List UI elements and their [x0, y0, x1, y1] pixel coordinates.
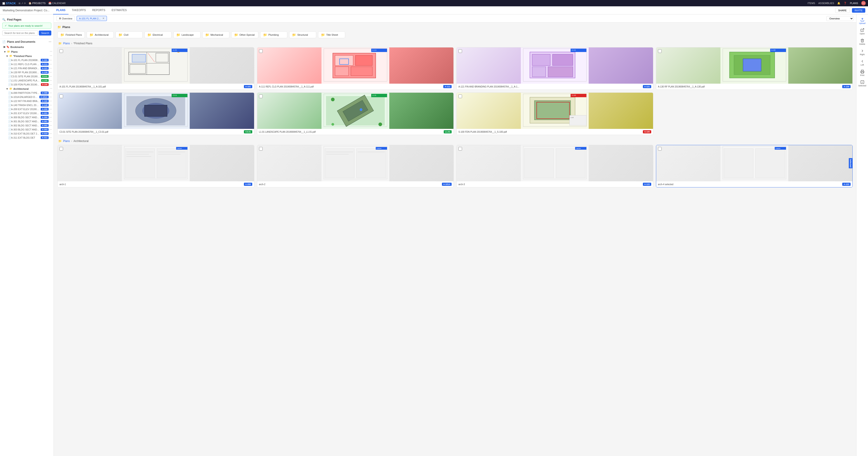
- folder-civil[interactable]: 📁 Civil: [116, 31, 143, 38]
- folder-plumbing[interactable]: 📁 Plumbing: [260, 31, 287, 38]
- checkbox-a130[interactable]: [658, 49, 662, 53]
- plan-card-arch4[interactable]: Larsen Selected arch-4 selected A-122: [656, 145, 853, 187]
- finished-plans-label[interactable]: ▼ 📁 *Finished Plans ⋯: [4, 54, 54, 58]
- left-button[interactable]: Left: [857, 58, 867, 67]
- plan-card-a111[interactable]: A-111 A-111 REFL CLG PLAN 201900845764__…: [257, 47, 454, 90]
- plan-card-arch2[interactable]: Larsen arch-2 A-101A: [257, 145, 454, 187]
- item-more-a140[interactable]: ⋯: [49, 103, 52, 107]
- checkbox-l101[interactable]: [259, 94, 263, 98]
- item-more-a101a[interactable]: ⋯: [49, 95, 52, 98]
- item-more-a111[interactable]: ⋯: [49, 63, 52, 66]
- tree-item-a111[interactable]: 📄 A-111 REFL CLG PLAN 201900845764 1 A-1…: [4, 62, 54, 66]
- plan-card-arch1[interactable]: Larsen arch-1 A-099: [57, 145, 254, 187]
- tree-item-a130[interactable]: 📄 A-130 RF PLAN 201900845764 1 A-130.pdf…: [4, 70, 54, 74]
- checkbox-arch3[interactable]: [458, 147, 462, 151]
- item-more-c301[interactable]: ⋯: [49, 75, 52, 78]
- checkbox-arch4[interactable]: [658, 147, 662, 151]
- item-more-a130[interactable]: ⋯: [49, 71, 52, 74]
- item-more-a121[interactable]: ⋯: [49, 67, 52, 70]
- nav-projects[interactable]: 🏠 PROJECTS: [29, 2, 46, 5]
- bookmarks-label[interactable]: ▶ 🔖 Bookmarks: [2, 45, 54, 49]
- tree-item-a311[interactable]: 📄 A-311 EXT BLDG DET A-311 ⋯: [4, 135, 54, 140]
- plan-card-a121[interactable]: A-121 A-121 FIN AND BRANDING PLAN 201900…: [456, 47, 653, 90]
- plan-card-c301[interactable]: C3.01 C3.01 SITE PLAN 201900845764__1_C3…: [57, 92, 254, 135]
- arch-tree-label[interactable]: ▼ 📁 Architectural ⋯: [4, 87, 54, 91]
- tree-item-a122[interactable]: 📄 A-122 INT FIN AND BRANDING LEGEND 2019…: [4, 99, 54, 103]
- items-link[interactable]: ITEMS: [808, 2, 815, 4]
- item-more-a303[interactable]: ⋯: [49, 128, 52, 131]
- fp-more-icon[interactable]: ⋯: [50, 55, 52, 57]
- open-button[interactable]: Open: [857, 27, 867, 36]
- folder-architectural[interactable]: 📁 Architectural: [87, 31, 114, 38]
- breadcrumb-plans-link2[interactable]: Plans: [63, 140, 70, 143]
- tree-item-l101[interactable]: 📄 L1.01 LANDSCAPE PLAN 201900845764 1 L1…: [4, 79, 54, 83]
- item-more-a101[interactable]: ⋯: [49, 59, 52, 62]
- plans-tree-label[interactable]: ▼ 📁 Plans ⋯: [2, 50, 54, 54]
- tree-item-a300[interactable]: 📄 A-300 BLDG SECT AND DET 201900845764 1…: [4, 115, 54, 119]
- folder-landscape[interactable]: 📁 Landscape: [174, 31, 200, 38]
- tree-item-a201[interactable]: 📄 A-201 EXT ELEV 201900845764 1 A-201.pd…: [4, 111, 54, 115]
- tree-item-a200[interactable]: 📄 A-200 EXT ELEV 201900845764 1 A-200.pd…: [4, 107, 54, 111]
- share-button[interactable]: SHARE: [835, 8, 850, 13]
- item-more-a310[interactable]: ⋯: [49, 132, 52, 135]
- checkbox-s100[interactable]: [458, 94, 462, 98]
- overview-tab[interactable]: ⊞ Overview: [57, 16, 75, 21]
- item-more-a122[interactable]: ⋯: [49, 99, 52, 103]
- item-more-a201[interactable]: ⋯: [49, 112, 52, 115]
- tree-item-a101[interactable]: 📄 A-101 FL PLAN 201900845764 1 A-101.pdf…: [4, 58, 54, 62]
- overview-select[interactable]: Overview: [827, 16, 854, 21]
- item-more-a200[interactable]: ⋯: [49, 108, 52, 111]
- plan-card-a101[interactable]: A A-101 A-101 FL PLAN 201900845764__1_A-…: [57, 47, 254, 90]
- item-more-a302[interactable]: ⋯: [49, 124, 52, 127]
- folder-mechanical[interactable]: 📁 Mechanical: [202, 31, 229, 38]
- item-more-a300[interactable]: ⋯: [49, 116, 52, 119]
- assemblies-link[interactable]: ASSEMBLIES: [818, 2, 834, 4]
- tree-item-s100[interactable]: 📄 S-100 FDN PLAN 201900845764 1 S-100.pd…: [4, 83, 54, 87]
- tree-item-a140[interactable]: 📄 A-140 TRASH ENCL 201900845764 1 A-140.…: [4, 103, 54, 107]
- folder-finished-plans[interactable]: 📁 Finished Plans: [57, 31, 85, 38]
- avatar[interactable]: DJ: [861, 1, 866, 5]
- tab-estimates[interactable]: ESTIMATES: [108, 6, 130, 14]
- breadcrumb-plans-link[interactable]: Plans: [63, 42, 70, 45]
- notification-icon[interactable]: 🔔: [837, 2, 840, 5]
- delete-button[interactable]: Delete: [857, 37, 867, 47]
- plans-more-icon[interactable]: ⋯: [50, 50, 52, 53]
- search-input[interactable]: [2, 31, 38, 35]
- tab-close-icon[interactable]: ✕: [102, 17, 104, 20]
- plan-card-l101[interactable]: L1.01 L1.01 LANDSCAPE PLAN 201900845764_…: [257, 92, 454, 135]
- folder-other-special[interactable]: 📁 Other-Special: [231, 31, 258, 38]
- checkbox-a111[interactable]: [259, 49, 263, 53]
- folder-title-sheet[interactable]: 📁 Title Sheet: [318, 31, 345, 38]
- help-icon[interactable]: ❓: [844, 2, 847, 5]
- search-button[interactable]: Search: [39, 31, 51, 35]
- tree-item-a121[interactable]: 📄 A-121 FIN AND BRANDING PLAN 2019008457…: [4, 66, 54, 70]
- checkbox-arch2[interactable]: [259, 147, 263, 151]
- invite-button[interactable]: INVITE: [852, 8, 865, 13]
- more-options-icon[interactable]: ⋯: [49, 40, 51, 43]
- arch-more-icon[interactable]: ⋯: [50, 87, 52, 90]
- tree-item-a303[interactable]: 📄 A-303 BLDG SECT AND DET 201900845764 1…: [4, 127, 54, 131]
- print-button[interactable]: Print: [857, 68, 867, 78]
- upload-button[interactable]: Upload: [857, 16, 867, 26]
- item-more-l101[interactable]: ⋯: [49, 79, 52, 82]
- tree-item-a310[interactable]: 📄 A-310 EXT BLDG DET 201900845764 1 A-31…: [4, 131, 54, 135]
- item-more-s100[interactable]: ⋯: [49, 83, 52, 86]
- checkbox-a121[interactable]: [458, 49, 462, 53]
- plan-card-arch3[interactable]: Larsen arch-3 A-122: [456, 145, 653, 187]
- checkbox-a101[interactable]: [59, 49, 63, 53]
- checkbox-c301[interactable]: [59, 94, 63, 98]
- tree-item-c301[interactable]: 📄 C3.01 SITE PLAN 201900845764 1 C3.01.p…: [4, 74, 54, 79]
- folder-structural[interactable]: 📁 Structural: [289, 31, 316, 38]
- item-more-a301[interactable]: ⋯: [49, 120, 52, 123]
- folder-electrical[interactable]: 📁 Electrical: [145, 31, 172, 38]
- active-plan-tab[interactable]: A-101 FL PLAN 2... ✕: [76, 16, 107, 21]
- tab-reports[interactable]: REPORTS: [89, 6, 108, 14]
- tree-item-a302[interactable]: 📄 A-302 BLDG SECT AND DET 201900845764 1…: [4, 123, 54, 127]
- tab-takeoffs[interactable]: TAKEOFFS: [68, 6, 89, 14]
- item-more-a311[interactable]: ⋯: [49, 136, 52, 139]
- app-logo[interactable]: ▣ STACK: [2, 2, 16, 5]
- plan-card-a130[interactable]: A-130 A-130 RF PLAN 201900845764__1_A-13…: [656, 47, 853, 90]
- right-button[interactable]: Right: [857, 48, 867, 57]
- tree-item-a101a[interactable]: 📄 A-101A ENLARGED DR-THRU PLAN AND DET 2…: [4, 95, 54, 99]
- item-more-a099[interactable]: ⋯: [49, 91, 52, 94]
